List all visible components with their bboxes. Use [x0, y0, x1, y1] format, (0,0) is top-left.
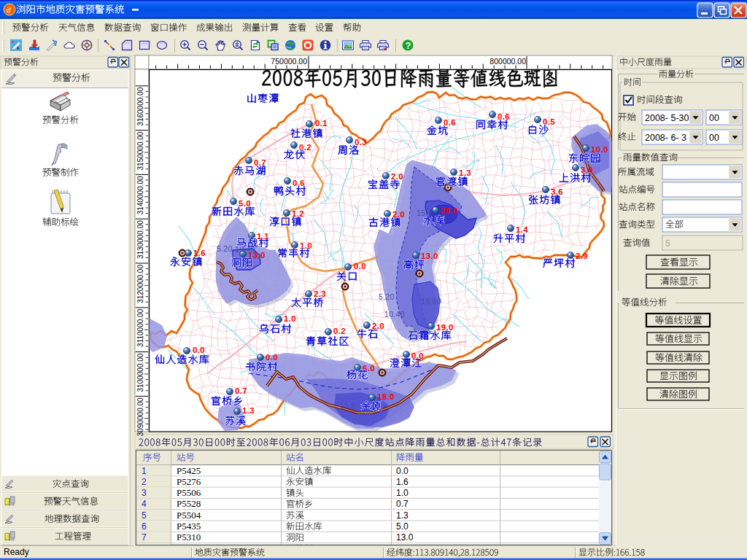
svg-text:Ready: Ready — [4, 547, 29, 557]
svg-text:0.6: 0.6 — [498, 112, 510, 121]
svg-text:1.0: 1.0 — [396, 488, 409, 498]
svg-text:?: ? — [405, 40, 411, 51]
svg-text:2.9: 2.9 — [576, 252, 588, 260]
svg-text:P5435: P5435 — [177, 521, 201, 532]
svg-text:3090000.00: 3090000.00 — [136, 397, 144, 436]
svg-text:3150000.00: 3150000.00 — [136, 131, 144, 170]
svg-text:0.3: 0.3 — [355, 138, 367, 147]
svg-text:2008- 6- 3: 2008- 6- 3 — [645, 133, 686, 143]
svg-text:P5276: P5276 — [177, 476, 201, 487]
svg-text:2.0: 2.0 — [372, 322, 384, 330]
svg-text:5.20: 5.20 — [379, 292, 395, 301]
svg-text:0.7: 0.7 — [235, 386, 247, 395]
svg-text:0.1: 0.1 — [315, 119, 328, 128]
svg-text:5: 5 — [665, 238, 670, 249]
svg-text:0.7: 0.7 — [396, 499, 409, 509]
svg-text:P5506: P5506 — [177, 487, 201, 498]
svg-text:P5528: P5528 — [177, 498, 201, 509]
svg-text:2008- 5-30: 2008- 5-30 — [645, 113, 689, 123]
svg-text:1.6: 1.6 — [193, 249, 206, 257]
svg-text:d: d — [7, 5, 11, 14]
svg-text:0.2: 0.2 — [333, 327, 346, 335]
svg-text:1.6: 1.6 — [396, 477, 409, 487]
svg-text:3.0: 3.0 — [581, 166, 593, 174]
svg-text:1.0: 1.0 — [284, 314, 296, 323]
svg-text:6: 6 — [142, 521, 147, 532]
svg-text:19.0: 19.0 — [436, 323, 454, 332]
svg-text:2: 2 — [142, 477, 147, 487]
svg-text:15.2: 15.2 — [417, 209, 433, 217]
svg-text:3110000.00: 3110000.00 — [136, 308, 144, 347]
svg-text:15.60: 15.60 — [421, 297, 441, 306]
svg-text:13.0: 13.0 — [396, 532, 414, 542]
svg-text:0.0: 0.0 — [266, 353, 278, 362]
svg-text:4: 4 — [142, 499, 147, 509]
svg-text:5: 5 — [142, 510, 147, 521]
svg-text:800000.00: 800000.00 — [489, 57, 526, 66]
svg-text:0.0: 0.0 — [354, 262, 366, 271]
svg-text:5.0: 5.0 — [396, 521, 409, 532]
svg-text:1.3: 1.3 — [459, 168, 471, 177]
svg-text:1: 1 — [142, 466, 147, 476]
svg-text:0.0: 0.0 — [193, 346, 205, 354]
svg-text:26.0: 26.0 — [441, 206, 458, 215]
svg-text:P5504: P5504 — [177, 510, 201, 521]
svg-text:1.3: 1.3 — [396, 510, 409, 521]
svg-text:3140000.00: 3140000.00 — [136, 176, 144, 214]
svg-text:13.0: 13.0 — [421, 252, 438, 260]
svg-text:2.0: 2.0 — [391, 172, 403, 181]
svg-text:18.0: 18.0 — [377, 392, 395, 401]
svg-text:5.20: 5.20 — [217, 244, 233, 253]
svg-text:3100000.00: 3100000.00 — [136, 353, 144, 392]
svg-text:2.0: 2.0 — [392, 210, 405, 219]
svg-text:P5425: P5425 — [177, 465, 201, 476]
svg-text:2.3: 2.3 — [314, 289, 326, 298]
svg-text:0.6: 0.6 — [444, 118, 456, 127]
svg-text:0.0: 0.0 — [396, 466, 409, 476]
svg-text:3130000.00: 3130000.00 — [136, 220, 144, 259]
svg-text:3160000.00: 3160000.00 — [136, 87, 144, 125]
svg-text:1.3: 1.3 — [242, 406, 255, 415]
svg-text:00: 00 — [709, 133, 719, 143]
svg-text:3120000.00: 3120000.00 — [136, 265, 144, 303]
svg-text:15.6: 15.6 — [340, 401, 356, 410]
svg-text:00: 00 — [709, 113, 719, 123]
svg-text:7: 7 — [142, 532, 147, 542]
svg-text:1.4: 1.4 — [516, 225, 528, 234]
svg-text:3: 3 — [142, 488, 147, 498]
svg-text:10.40: 10.40 — [235, 245, 255, 254]
svg-text:P5310: P5310 — [177, 532, 201, 542]
svg-text:750000.00: 750000.00 — [271, 57, 307, 66]
svg-text:10.0: 10.0 — [591, 145, 608, 154]
svg-text:10.40: 10.40 — [384, 310, 405, 319]
